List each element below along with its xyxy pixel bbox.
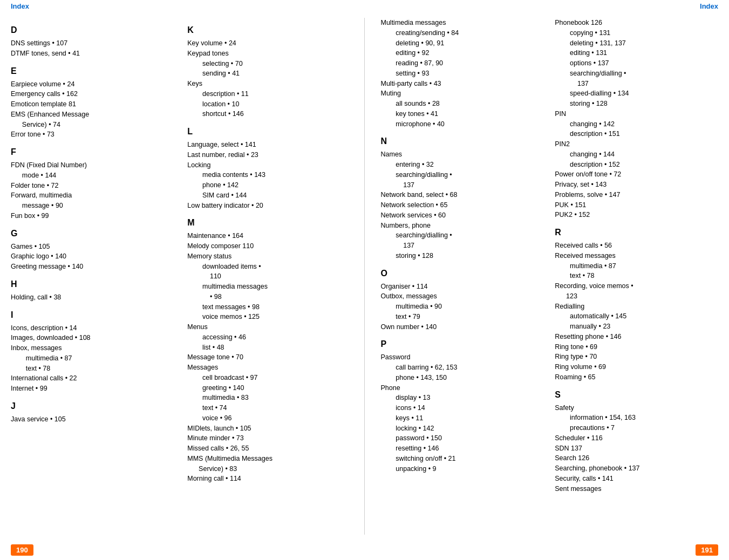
section-P: P bbox=[381, 339, 544, 349]
left-col-2: K Key volume • 24 Keypad tones selecting… bbox=[187, 18, 353, 484]
entry-menus-list: list • 48 bbox=[187, 343, 353, 353]
entry-maintenance: Maintenance • 164 bbox=[187, 231, 353, 241]
entry-numbers-storing: storing • 128 bbox=[381, 251, 544, 261]
entry-received-multimedia: multimedia • 87 bbox=[555, 261, 718, 271]
section-H: H bbox=[11, 279, 176, 289]
entry-folder-tone: Folder tone • 72 bbox=[11, 181, 176, 191]
entry-recording: Recording, voice memos • 123 bbox=[555, 281, 718, 302]
page-container: Index Index D DNS settings • 107 DTMF to… bbox=[0, 0, 729, 560]
entry-keypad-tones: Keypad tones bbox=[187, 49, 353, 59]
entry-morning-call: Morning call • 114 bbox=[187, 474, 353, 484]
entry-redialling-manually: manually • 23 bbox=[555, 322, 718, 332]
entry-ring-tone: Ring tone • 69 bbox=[555, 342, 718, 352]
entry-network-selection: Network selection • 65 bbox=[381, 200, 544, 210]
entry-images: Images, downloaded • 108 bbox=[11, 333, 176, 343]
section-N: N bbox=[381, 136, 544, 146]
entry-keys: Keys bbox=[187, 79, 353, 89]
entry-privacy: Privacy, set • 143 bbox=[555, 180, 718, 190]
entry-outbox: Outbox, messages bbox=[381, 291, 544, 302]
entry-keypad-sending: sending • 41 bbox=[187, 69, 353, 79]
entry-phone-password: password • 150 bbox=[381, 433, 544, 443]
entry-ring-type: Ring type • 70 bbox=[555, 352, 718, 362]
left-columns: D DNS settings • 107 DTMF tones, send • … bbox=[11, 18, 353, 484]
entry-phone: Phone bbox=[381, 383, 544, 393]
entry-mm-setting: setting • 93 bbox=[381, 69, 544, 79]
entry-inbox-text: text • 78 bbox=[11, 364, 176, 374]
entry-locking-media: media contents • 143 bbox=[187, 170, 353, 180]
entry-security-calls: Security, calls • 141 bbox=[555, 474, 718, 484]
entry-locking-sim: SIM card • 144 bbox=[187, 190, 353, 201]
entry-emergency: Emergency calls • 162 bbox=[11, 89, 176, 99]
section-G: G bbox=[11, 229, 176, 238]
entry-memory-voice: voice memos • 125 bbox=[187, 312, 353, 322]
entry-phonebook-deleting: deleting • 131, 137 bbox=[555, 38, 718, 49]
entry-locking-phone: phone • 142 bbox=[187, 180, 353, 190]
entry-phonebook-options: options • 137 bbox=[555, 58, 718, 69]
entry-safety: Safety bbox=[555, 403, 718, 413]
entry-muting: Muting bbox=[381, 88, 544, 99]
entry-earpiece: Earpiece volume • 24 bbox=[11, 79, 176, 90]
entry-pin2-changing: changing • 144 bbox=[555, 149, 718, 160]
section-L: L bbox=[187, 127, 353, 136]
entry-last-number: Last number, redial • 23 bbox=[187, 150, 353, 160]
entry-keys-shortcut: shortcut • 146 bbox=[187, 109, 353, 119]
header-left-index: Index bbox=[11, 2, 29, 10]
entry-holding: Holding, call • 38 bbox=[11, 292, 176, 303]
entry-messages-multimedia: multimedia • 83 bbox=[187, 393, 353, 403]
entry-language: Language, select • 141 bbox=[187, 140, 353, 150]
section-I: I bbox=[11, 310, 176, 320]
entry-outbox-multimedia: multimedia • 90 bbox=[381, 302, 544, 312]
entry-keys-location: location • 10 bbox=[187, 99, 353, 110]
entry-mm-editing: editing • 92 bbox=[381, 48, 544, 58]
entry-password-call-barring: call barring • 62, 153 bbox=[381, 363, 544, 373]
entry-inbox: Inbox, messages bbox=[11, 343, 176, 353]
entry-phonebook-copying: copying • 131 bbox=[555, 28, 718, 38]
section-K: K bbox=[187, 25, 353, 35]
entry-search: Search 126 bbox=[555, 453, 718, 463]
entry-mm-creating: creating/sending • 84 bbox=[381, 28, 544, 38]
entry-dtmf: DTMF tones, send • 41 bbox=[11, 49, 176, 59]
entry-dns: DNS settings • 107 bbox=[11, 38, 176, 49]
entry-mms: MMS (Multimedia Messages Service) • 83 bbox=[187, 454, 353, 474]
entry-sent-messages: Sent messages bbox=[555, 484, 718, 494]
footer-left-page: 190 bbox=[11, 544, 33, 556]
entry-messages-cell: cell broadcast • 97 bbox=[187, 373, 353, 383]
entry-multiparty: Multi-party calls • 43 bbox=[381, 79, 544, 89]
entry-searching-phonebook: Searching, phonebook • 137 bbox=[555, 463, 718, 474]
entry-ems: EMS (Enhanced Message Service) • 74 bbox=[11, 110, 176, 130]
entry-messages-voice: voice • 96 bbox=[187, 413, 353, 424]
entry-puk: PUK • 151 bbox=[555, 200, 718, 210]
entry-fun-box: Fun box • 99 bbox=[11, 211, 176, 221]
entry-ring-volume: Ring volume • 69 bbox=[555, 362, 718, 372]
entry-received-text: text • 78 bbox=[555, 271, 718, 281]
section-F: F bbox=[11, 147, 176, 157]
right-col-1: Multimedia messages creating/sending • 8… bbox=[381, 18, 544, 494]
entry-forward: Forward, multimedia message • 90 bbox=[11, 190, 176, 211]
entry-redialling: Redialling bbox=[555, 302, 718, 312]
entry-message-tone: Message tone • 70 bbox=[187, 352, 353, 363]
entry-midlets: MIDlets, launch • 105 bbox=[187, 424, 353, 434]
entry-own-number: Own number • 140 bbox=[381, 322, 544, 332]
entry-pin2: PIN2 bbox=[555, 139, 718, 149]
entry-memory-text: text messages • 98 bbox=[187, 302, 353, 312]
entry-network-band: Network band, select • 68 bbox=[381, 190, 544, 200]
footer: 190 191 bbox=[0, 540, 729, 560]
footer-right-page: 191 bbox=[696, 544, 718, 556]
entry-emoticon: Emoticon template 81 bbox=[11, 99, 176, 110]
entry-received-calls: Received calls • 56 bbox=[555, 241, 718, 251]
entry-phonebook-speed: speed-dialling • 134 bbox=[555, 88, 718, 99]
entry-keypad-selecting: selecting • 70 bbox=[187, 59, 353, 69]
entry-puk2: PUK2 • 152 bbox=[555, 210, 718, 220]
entry-menus: Menus bbox=[187, 322, 353, 332]
entry-locking: Locking bbox=[187, 160, 353, 170]
entry-memory: Memory status bbox=[187, 251, 353, 262]
entry-resetting-phone: Resetting phone • 146 bbox=[555, 332, 718, 342]
entry-key-volume: Key volume • 24 bbox=[187, 38, 353, 49]
entry-inbox-multimedia: multimedia • 87 bbox=[11, 353, 176, 364]
entry-names-entering: entering • 32 bbox=[381, 160, 544, 170]
entry-low-battery: Low battery indicator • 20 bbox=[187, 201, 353, 211]
left-col-1: D DNS settings • 107 DTMF tones, send • … bbox=[11, 18, 176, 484]
entry-fdn: FDN (Fixed Dial Number) mode • 144 bbox=[11, 160, 176, 181]
entry-organiser: Organiser • 114 bbox=[381, 282, 544, 292]
entry-received-messages: Received messages bbox=[555, 251, 718, 261]
